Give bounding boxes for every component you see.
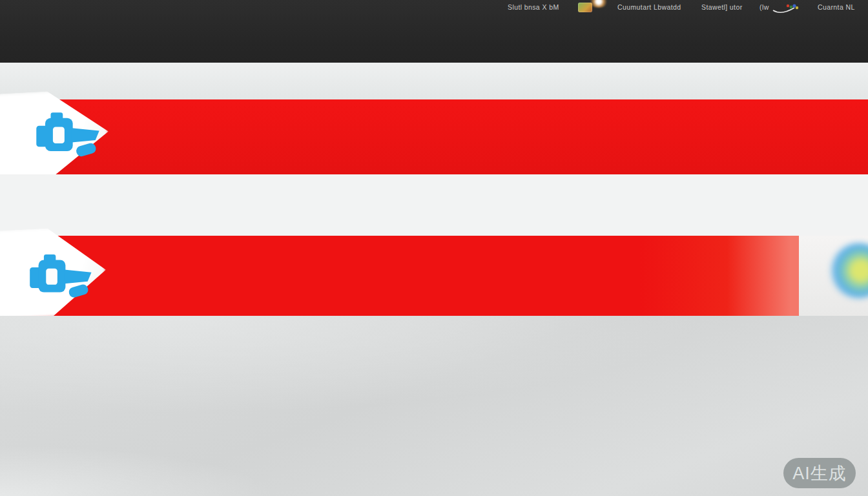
topbar-link-3[interactable]: Stawetl] utor bbox=[701, 3, 743, 11]
topbar: Slutl bnsa X bM Cuumutart Lbwatdd Stawet… bbox=[0, 0, 868, 63]
topbar-link-5[interactable]: Cuarnta NL bbox=[818, 3, 855, 11]
page: Slutl bnsa X bM Cuumutart Lbwatdd Stawet… bbox=[0, 0, 868, 496]
promo-banner-top[interactable]: HQ SS Wsulwcerd= AEatKS ixfaiu.. Aoriurt… bbox=[0, 99, 868, 174]
ai-watermark-badge: AI生成 bbox=[783, 458, 856, 488]
swoosh-logo-icon[interactable] bbox=[771, 1, 802, 16]
topbar-link-1[interactable]: Slutl bnsa X bM bbox=[508, 3, 559, 11]
topbar-link-4[interactable]: (lw bbox=[760, 3, 769, 11]
blue-camera-logo-icon bbox=[18, 248, 96, 307]
promo-banner-bottom[interactable]: Jlemf'''l-Pc q ff oore: || Wuuorlau: rlo… bbox=[0, 236, 799, 316]
blue-camera-logo-icon bbox=[25, 106, 103, 167]
topbar-link-2[interactable]: Cuumutart Lbwatdd bbox=[617, 3, 681, 11]
info-strip: Ro: Aoffed/Ca leyert amr's Nes dloarcke:… bbox=[0, 174, 868, 236]
page-body-background bbox=[0, 316, 868, 496]
page-header: B I eamcivenorusaosr bbox=[0, 63, 868, 100]
